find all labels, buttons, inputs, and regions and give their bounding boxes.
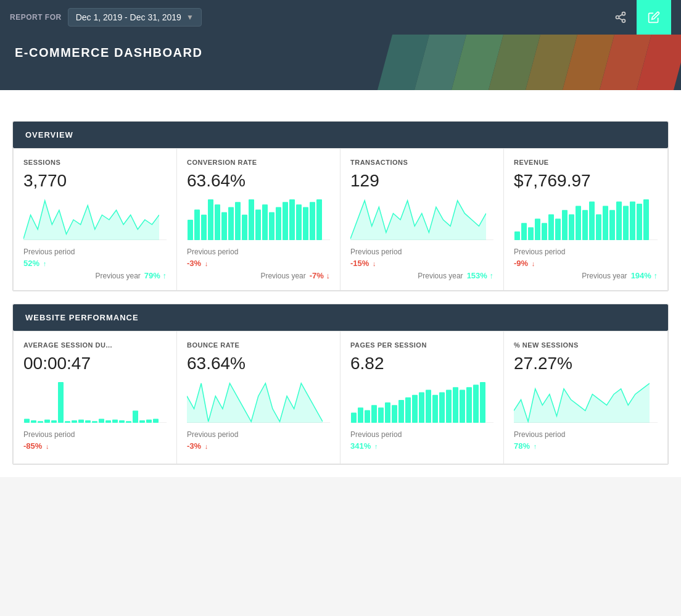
svg-rect-21 (296, 204, 302, 240)
prev-period-row: Previous period (23, 248, 167, 256)
prev-year-label: Previous year (260, 272, 305, 280)
svg-rect-31 (555, 219, 561, 240)
svg-rect-58 (112, 420, 118, 423)
svg-rect-29 (542, 223, 547, 240)
prev-period-row: Previous period (187, 248, 330, 256)
svg-rect-82 (466, 387, 472, 423)
date-range-dropdown[interactable]: Dec 1, 2019 - Dec 31, 2019 ▼ (68, 8, 202, 27)
chart-area (187, 380, 330, 423)
prev-period-value: -85% ↓ (23, 441, 49, 451)
card-label: REVENUE (514, 159, 658, 166)
card-label: CONVERSION RATE (187, 159, 330, 166)
svg-rect-41 (623, 206, 629, 240)
svg-rect-22 (303, 207, 308, 240)
svg-rect-56 (99, 418, 104, 423)
prev-period-value: 78% ↑ (514, 441, 537, 451)
svg-rect-79 (446, 389, 452, 423)
chart-area (23, 197, 167, 240)
svg-point-0 (622, 12, 625, 15)
svg-rect-20 (289, 199, 295, 240)
svg-rect-17 (269, 212, 274, 240)
svg-rect-35 (582, 210, 588, 240)
card-label: % NEW SESSIONS (514, 341, 658, 349)
top-bar: REPORT FOR Dec 1, 2019 - Dec 31, 2019 ▼ (0, 0, 681, 35)
svg-rect-61 (133, 410, 138, 423)
svg-rect-32 (562, 210, 568, 240)
prev-year-label: Previous year (582, 272, 627, 280)
svg-rect-84 (480, 382, 485, 423)
svg-rect-37 (596, 214, 601, 240)
svg-rect-74 (412, 395, 418, 423)
svg-rect-66 (358, 407, 363, 423)
svg-rect-81 (460, 389, 465, 423)
prev-period-stat: 78% ↑ (514, 440, 658, 451)
edit-button[interactable] (637, 0, 671, 35)
prev-period-label: Previous period (23, 248, 75, 256)
svg-rect-10 (221, 212, 227, 240)
svg-point-1 (616, 16, 619, 19)
card-label: BOUNCE RATE (187, 341, 330, 349)
svg-rect-23 (310, 202, 315, 240)
svg-rect-62 (139, 420, 145, 423)
prev-period-row: Previous period (187, 430, 330, 439)
card-value: $7,769.97 (514, 171, 658, 191)
page-title: E-COMMERCE DASHBOARD (15, 46, 666, 60)
card-value: 3,770 (23, 171, 167, 191)
prev-year-value: -7% ↓ (310, 271, 330, 280)
overview-section: OVERVIEW SESSIONS 3,770 Previous period … (12, 121, 669, 291)
svg-rect-40 (616, 201, 622, 240)
svg-rect-8 (208, 199, 213, 240)
report-for-area: REPORT FOR Dec 1, 2019 - Dec 31, 2019 ▼ (10, 8, 202, 27)
svg-rect-33 (569, 214, 574, 240)
svg-line-4 (619, 14, 622, 16)
svg-rect-51 (65, 421, 70, 423)
date-range-value: Dec 1, 2019 - Dec 31, 2019 (76, 12, 181, 22)
svg-rect-70 (385, 402, 390, 423)
prev-year-row: Previous year 79% ↑ (23, 271, 167, 280)
prev-period-stat: 52% ↑ (23, 257, 167, 268)
prev-period-label: Previous period (23, 430, 75, 439)
prev-period-stat: -9% ↓ (514, 257, 658, 268)
prev-year-value: 79% ↑ (144, 271, 167, 280)
webperf-label: WEBSITE PERFORMANCE (25, 313, 139, 322)
prev-period-row: Previous period (23, 430, 167, 439)
report-for-label: REPORT FOR (10, 13, 62, 22)
svg-rect-78 (439, 393, 445, 423)
chevron-down-icon: ▼ (186, 13, 194, 22)
svg-rect-69 (378, 407, 384, 423)
svg-rect-28 (535, 219, 540, 240)
svg-rect-13 (242, 215, 247, 240)
svg-rect-80 (453, 387, 458, 423)
svg-rect-27 (528, 227, 534, 240)
svg-rect-24 (316, 199, 322, 240)
svg-rect-63 (146, 420, 152, 423)
prev-year-label: Previous year (418, 272, 463, 280)
svg-rect-64 (153, 418, 159, 423)
card-value: 63.64% (187, 171, 330, 191)
svg-rect-71 (392, 405, 397, 423)
prev-period-value: 52% ↑ (23, 259, 46, 268)
prev-period-row: Previous period (514, 248, 658, 256)
prev-period-label: Previous period (514, 430, 565, 439)
svg-rect-36 (589, 201, 595, 240)
svg-rect-30 (548, 214, 554, 240)
webperf-section: WEBSITE PERFORMANCE AVERAGE SESSION DU..… (12, 304, 669, 465)
svg-rect-45 (24, 418, 30, 423)
prev-year-label: Previous year (95, 272, 140, 280)
svg-rect-49 (51, 420, 57, 423)
svg-line-3 (619, 18, 622, 20)
chart-area (23, 380, 167, 423)
prev-period-row: Previous period (350, 248, 493, 256)
svg-rect-59 (119, 420, 125, 423)
prev-period-value: -15% ↓ (350, 259, 376, 268)
svg-rect-6 (194, 210, 200, 241)
svg-rect-83 (473, 385, 479, 423)
share-button[interactable] (609, 6, 632, 28)
prev-period-stat: -85% ↓ (23, 440, 167, 451)
prev-period-label: Previous period (187, 430, 238, 439)
prev-year-row: Previous year -7% ↓ (187, 271, 330, 280)
prev-year-value: 153% ↑ (467, 271, 493, 280)
card-sessions: SESSIONS 3,770 Previous period 52% ↑ Pre… (14, 149, 177, 290)
svg-rect-5 (188, 220, 193, 240)
svg-rect-47 (38, 421, 43, 423)
